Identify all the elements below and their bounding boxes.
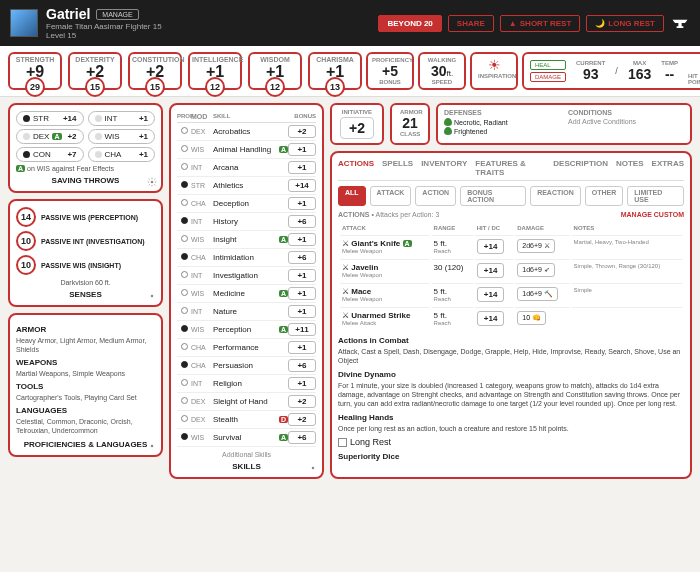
header-buttons: BEYOND 20 SHARE ▲ SHORT REST 🌙 LONG REST bbox=[378, 13, 690, 33]
subtab-bonus-action[interactable]: BONUS ACTION bbox=[460, 186, 526, 206]
gear-icon[interactable] bbox=[147, 441, 157, 451]
prof-dot bbox=[181, 271, 188, 278]
save-chip[interactable]: INT+1 bbox=[88, 111, 156, 126]
save-chip[interactable]: DEXA+2 bbox=[16, 129, 84, 144]
prof-dot bbox=[181, 217, 188, 224]
tab-description[interactable]: DESCRIPTION bbox=[553, 159, 608, 177]
initiative-box[interactable]: INITIATIVE +2 bbox=[330, 103, 384, 145]
skill-row[interactable]: INTReligion+1 bbox=[177, 375, 316, 393]
additional-skills[interactable]: Additional Skills bbox=[177, 451, 316, 458]
ability-box[interactable]: INTELLIGENCE+112 bbox=[188, 52, 242, 90]
avatar[interactable] bbox=[10, 9, 38, 37]
subtab-reaction[interactable]: REACTION bbox=[530, 186, 581, 206]
proficiency-box[interactable]: PROFICIENCY +5 BONUS bbox=[366, 52, 414, 90]
sword-icon: ⚔ bbox=[342, 287, 349, 296]
skill-row[interactable]: DEXStealthD+2 bbox=[177, 411, 316, 429]
ability-box[interactable]: WISDOM+112 bbox=[248, 52, 302, 90]
inspiration-box[interactable]: ☀ INSPIRATION bbox=[470, 52, 518, 90]
skill-row[interactable]: WISSurvivalA+6 bbox=[177, 429, 316, 447]
save-chip[interactable]: CON+7 bbox=[16, 147, 84, 162]
skill-row[interactable]: INTHistory+6 bbox=[177, 213, 316, 231]
share-button[interactable]: SHARE bbox=[448, 15, 494, 32]
tab-actions[interactable]: ACTIONS bbox=[338, 159, 374, 177]
ability-box[interactable]: CHARISMA+113 bbox=[308, 52, 362, 90]
skill-row[interactable]: WISMedicineA+1 bbox=[177, 285, 316, 303]
skill-row[interactable]: CHADeception+1 bbox=[177, 195, 316, 213]
ability-box[interactable]: CONSTITUTION+215 bbox=[128, 52, 182, 90]
subtab-all[interactable]: ALL bbox=[338, 186, 366, 206]
hp-temp: -- bbox=[661, 66, 678, 82]
hit-box[interactable]: +14 bbox=[477, 311, 505, 326]
passive-row: 10PASSIVE INT (INVESTIGATION) bbox=[16, 231, 155, 251]
defense-item: Frightened bbox=[444, 127, 560, 135]
prof-dot bbox=[181, 415, 188, 422]
attack-row[interactable]: ⚔ MaceMelee Weapon5 ft.Reach+141d6+9 🔨Si… bbox=[340, 283, 682, 305]
speed-box[interactable]: WALKING 30ft. SPEED bbox=[418, 52, 466, 90]
skill-row[interactable]: WISPerceptionA+11 bbox=[177, 321, 316, 339]
hp-buttons: HEAL DAMAGE bbox=[530, 60, 566, 82]
skill-row[interactable]: WISInsightA+1 bbox=[177, 231, 316, 249]
prof-dot bbox=[181, 397, 188, 404]
skill-row[interactable]: DEXAcrobatics+2 bbox=[177, 123, 316, 141]
manage-custom-link[interactable]: MANAGE CUSTOM bbox=[621, 211, 684, 218]
long-rest-button[interactable]: 🌙 LONG REST bbox=[586, 15, 664, 32]
beyond20-button[interactable]: BEYOND 20 bbox=[378, 15, 441, 32]
skill-row[interactable]: INTInvestigation+1 bbox=[177, 267, 316, 285]
anvil-icon[interactable] bbox=[670, 13, 690, 33]
attack-row[interactable]: ⚔ Giant's Knife AMelee Weapon5 ft.Reach+… bbox=[340, 235, 682, 257]
save-chip[interactable]: STR+14 bbox=[16, 111, 84, 126]
save-chip[interactable]: WIS+1 bbox=[88, 129, 156, 144]
tab-features---traits[interactable]: FEATURES & TRAITS bbox=[475, 159, 545, 177]
ability-box[interactable]: STRENGTH+929 bbox=[8, 52, 62, 90]
darkvision: Darkvision 60 ft. bbox=[16, 279, 155, 286]
subtab-other[interactable]: OTHER bbox=[585, 186, 624, 206]
skill-row[interactable]: CHAIntimidation+6 bbox=[177, 249, 316, 267]
add-condition[interactable]: Add Active Conditions bbox=[568, 118, 684, 125]
skill-row[interactable]: INTArcana+1 bbox=[177, 159, 316, 177]
damage-box[interactable]: 2d6+9 ⚔ bbox=[517, 239, 555, 253]
prof-dot bbox=[181, 145, 188, 152]
long-rest-checkbox[interactable] bbox=[338, 438, 347, 447]
skill-row[interactable]: DEXSleight of Hand+2 bbox=[177, 393, 316, 411]
prof-dot bbox=[95, 133, 102, 140]
subtab-attack[interactable]: ATTACK bbox=[370, 186, 412, 206]
tab-notes[interactable]: NOTES bbox=[616, 159, 644, 177]
tab-extras[interactable]: EXTRAS bbox=[652, 159, 684, 177]
gear-icon[interactable] bbox=[308, 463, 318, 473]
prof-dot bbox=[181, 235, 188, 242]
heal-button[interactable]: HEAL bbox=[530, 60, 566, 70]
hp-box[interactable]: HEAL DAMAGE CURRENT93 / MAX163 TEMP-- HI… bbox=[522, 52, 700, 90]
tab-inventory[interactable]: INVENTORY bbox=[421, 159, 467, 177]
damage-box[interactable]: 10 👊 bbox=[517, 311, 546, 325]
actions-panel: ACTIONSSPELLSINVENTORYFEATURES & TRAITSD… bbox=[330, 151, 692, 479]
ability-box[interactable]: DEXTERITY+215 bbox=[68, 52, 122, 90]
armor-class-box[interactable]: ARMOR 21 CLASS bbox=[390, 103, 430, 145]
prof-dot bbox=[181, 181, 188, 188]
manage-button[interactable]: MANAGE bbox=[96, 9, 138, 20]
save-chip[interactable]: CHA+1 bbox=[88, 147, 156, 162]
gear-icon[interactable] bbox=[147, 291, 157, 301]
short-rest-button[interactable]: ▲ SHORT REST bbox=[500, 15, 580, 32]
hit-box[interactable]: +14 bbox=[477, 263, 505, 278]
subtab-limited-use[interactable]: LIMITED USE bbox=[627, 186, 684, 206]
hit-box[interactable]: +14 bbox=[477, 287, 505, 302]
svg-point-0 bbox=[151, 181, 154, 184]
skill-row[interactable]: CHAPerformance+1 bbox=[177, 339, 316, 357]
damage-box[interactable]: 1d6+9 ➶ bbox=[517, 263, 555, 277]
attack-row[interactable]: ⚔ Unarmed StrikeMelee Attack5 ft.Reach+1… bbox=[340, 307, 682, 329]
gear-icon[interactable] bbox=[147, 177, 157, 187]
character-subtitle: Female Titan Aasimar Fighter 15 bbox=[46, 22, 162, 31]
character-level: Level 15 bbox=[46, 31, 162, 40]
saving-throws-panel: STR+14INT+1DEXA+2WIS+1CON+7CHA+1 A on WI… bbox=[8, 103, 163, 193]
damage-box[interactable]: 1d6+9 🔨 bbox=[517, 287, 558, 301]
subtab-action[interactable]: ACTION bbox=[415, 186, 456, 206]
skill-row[interactable]: STRAthletics+14 bbox=[177, 177, 316, 195]
attack-table: ATTACK RANGE HIT / DC DAMAGE NOTES ⚔ Gia… bbox=[338, 221, 684, 331]
hit-box[interactable]: +14 bbox=[477, 239, 505, 254]
skill-row[interactable]: WISAnimal HandlingA+1 bbox=[177, 141, 316, 159]
attack-row[interactable]: ⚔ JavelinMelee Weapon30 (120)+141d6+9 ➶S… bbox=[340, 259, 682, 281]
damage-button[interactable]: DAMAGE bbox=[530, 72, 566, 82]
skill-row[interactable]: CHAPersuasion+6 bbox=[177, 357, 316, 375]
tab-spells[interactable]: SPELLS bbox=[382, 159, 413, 177]
skill-row[interactable]: INTNature+1 bbox=[177, 303, 316, 321]
